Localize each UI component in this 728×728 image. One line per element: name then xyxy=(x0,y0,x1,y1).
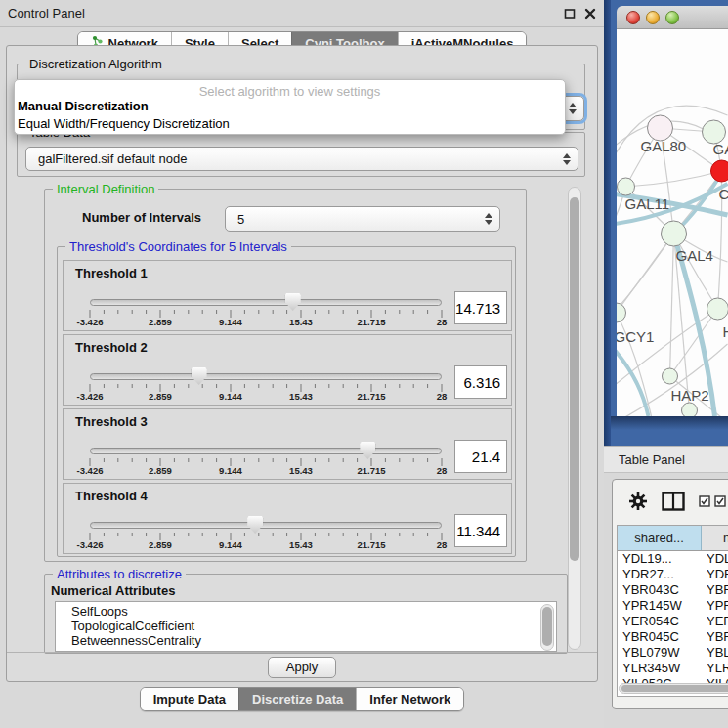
network-graph: GAL80 GA C GAL11 GAL4 GCY1 H HAP2 xyxy=(617,29,728,416)
table-row[interactable]: YLR345WYLR3 xyxy=(618,661,728,676)
minimize-traffic-light[interactable] xyxy=(646,11,660,24)
attribute-list-item[interactable]: BetweennessCentrality xyxy=(56,633,556,648)
table-row[interactable]: YDR27...YDR2 xyxy=(618,567,728,582)
label-gal11: GAL11 xyxy=(625,195,670,212)
threshold-1-value-field[interactable] xyxy=(454,291,507,324)
slider-thumb[interactable] xyxy=(247,516,263,534)
scale-label: 15.43 xyxy=(289,317,313,327)
scale-label: 28 xyxy=(437,391,448,402)
attributes-group-title: Attributes to discretize xyxy=(53,567,186,581)
right-column: GAL80 GA C GAL11 GAL4 GCY1 H HAP2 Table … xyxy=(604,0,728,728)
table-horizontal-scrollbar[interactable] xyxy=(619,683,728,694)
cell-name[interactable]: YBR0 xyxy=(702,629,728,645)
slider-ticks xyxy=(89,533,443,541)
scale-label: 2.859 xyxy=(149,539,172,550)
label-gal80: GAL80 xyxy=(641,138,687,154)
cell-name[interactable]: YLR3 xyxy=(702,661,728,676)
num-intervals-label: Number of Intervals xyxy=(82,210,201,225)
gear-icon[interactable] xyxy=(628,492,648,511)
attribute-list-item[interactable]: TopologicalCoefficient xyxy=(56,619,556,633)
threshold-4-value-field[interactable] xyxy=(454,514,507,547)
scale-label: 21.715 xyxy=(357,539,385,550)
slider-track[interactable] xyxy=(90,448,442,454)
panel-scrollbar[interactable] xyxy=(568,187,581,650)
slider-track[interactable] xyxy=(90,522,442,529)
cell-shared-name[interactable]: YPR145W xyxy=(618,598,702,614)
checkbox-checked-icon[interactable] xyxy=(714,495,726,507)
canvas-bottom-shadow xyxy=(611,416,728,430)
column-header-shared-name[interactable]: shared... xyxy=(618,526,702,550)
column-header-name[interactable]: n xyxy=(702,526,728,550)
slider-track[interactable] xyxy=(90,373,442,380)
slider-thumb[interactable] xyxy=(285,293,301,311)
slider-track[interactable] xyxy=(90,299,442,306)
node-bottom xyxy=(682,403,698,416)
num-intervals-combobox[interactable]: 5 xyxy=(225,206,500,232)
close-traffic-light[interactable] xyxy=(626,11,640,24)
cell-shared-name[interactable]: YBL079W xyxy=(618,645,702,661)
table-row[interactable]: YBR043CYBR0 xyxy=(618,582,728,598)
scale-label: 2.859 xyxy=(149,465,172,476)
scale-label: -3.426 xyxy=(77,317,104,327)
table-data-value: galFiltered.sif default node xyxy=(38,151,187,166)
cell-name[interactable]: YDR2 xyxy=(702,567,728,582)
bottom-tab-bar: Impute DataDiscretize DataInfer Network xyxy=(0,687,604,711)
scale-label: 21.715 xyxy=(357,465,385,476)
cell-shared-name[interactable]: YER054C xyxy=(618,614,702,629)
cell-name[interactable]: YER0 xyxy=(702,614,728,629)
float-icon[interactable] xyxy=(564,8,576,20)
attribute-list-item[interactable]: SelfLoops xyxy=(56,604,556,619)
network-canvas[interactable]: GAL80 GA C GAL11 GAL4 GCY1 H HAP2 xyxy=(617,29,728,416)
table-row[interactable]: YER054CYER0 xyxy=(618,614,728,629)
cell-shared-name[interactable]: YDR27... xyxy=(618,567,702,582)
cell-shared-name[interactable]: YLR345W xyxy=(618,661,702,676)
scale-label: 28 xyxy=(437,465,448,476)
bottom-tab-discretize-data[interactable]: Discretize Data xyxy=(238,688,356,710)
cell-shared-name[interactable]: YDL19... xyxy=(618,551,702,567)
cyni-toolbox-panel: Discretization Algorithm Select algorith… xyxy=(6,45,598,682)
node-attribute-table: shared... n YDL19...YDL1YDR27...YDR2YBR0… xyxy=(617,525,728,697)
checkbox-checked-icon[interactable] xyxy=(699,495,710,507)
algorithm-placeholder: Select algorithm to view settings xyxy=(15,84,565,99)
apply-button[interactable]: Apply xyxy=(268,657,337,678)
table-toolbar xyxy=(613,480,728,523)
control-panel-titlebar: Control Panel xyxy=(0,0,604,27)
table-row[interactable]: YBL079WYBL0 xyxy=(618,645,728,661)
threshold-3-value-field[interactable] xyxy=(454,440,507,473)
scale-label: 9.144 xyxy=(219,391,242,402)
scale-label: -3.426 xyxy=(77,539,104,550)
split-pane-icon[interactable] xyxy=(662,492,685,511)
table-panel-body: shared... n YDL19...YDL1YDR27...YDR2YBR0… xyxy=(604,473,728,728)
table-row[interactable]: YDL19...YDL1 xyxy=(618,551,728,567)
table-row[interactable]: YPR145WYPR1 xyxy=(618,598,728,614)
cell-shared-name[interactable]: YBR045C xyxy=(618,629,702,645)
cell-name[interactable]: YBL0 xyxy=(702,645,728,661)
table-row[interactable]: YBR045CYBR0 xyxy=(618,629,728,645)
scale-label: 9.144 xyxy=(219,539,242,550)
table-data-combobox[interactable]: galFiltered.sif default node xyxy=(25,147,578,171)
cell-shared-name[interactable]: YBR043C xyxy=(618,582,702,598)
slider-thumb[interactable] xyxy=(360,442,375,459)
bottom-tab-infer-network[interactable]: Infer Network xyxy=(356,688,463,710)
threshold-label: Threshold 4 xyxy=(75,489,148,503)
cell-name[interactable]: YPR1 xyxy=(702,598,728,614)
bottom-tab-impute-data[interactable]: Impute Data xyxy=(141,688,238,710)
cell-name[interactable]: YBR0 xyxy=(702,582,728,598)
table-panel-title: Table Panel xyxy=(619,452,685,467)
attributes-group: Attributes to discretize Numerical Attri… xyxy=(44,574,568,654)
node-h xyxy=(707,298,728,320)
threshold-2-value-field[interactable] xyxy=(454,365,507,399)
slider-thumb[interactable] xyxy=(192,367,207,385)
zoom-traffic-light[interactable] xyxy=(665,11,679,24)
control-panel: Control Panel NetworkStyleSelectCyni Too… xyxy=(0,0,604,728)
scale-label: 9.144 xyxy=(219,317,242,327)
scale-label: 21.715 xyxy=(357,317,385,327)
attributes-list-scrollbar[interactable] xyxy=(540,604,554,651)
tab-label: Infer Network xyxy=(369,688,450,710)
tab-label: Impute Data xyxy=(153,688,226,710)
menu-item-manual-discretization[interactable]: Manual Discretization xyxy=(18,99,149,113)
cell-name[interactable]: YDL1 xyxy=(702,551,728,567)
close-icon[interactable] xyxy=(584,8,596,20)
menu-item-equal-width-frequency[interactable]: Equal Width/Frequency Discretization xyxy=(18,116,230,131)
threshold-4-box: Threshold 4-3.4262.8599.14415.4321.71528 xyxy=(63,483,512,554)
